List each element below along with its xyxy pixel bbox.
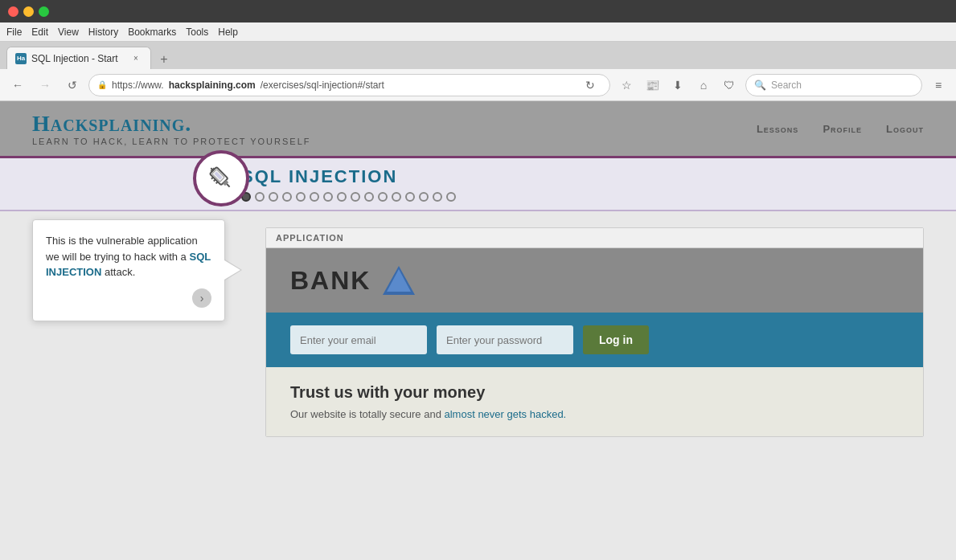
bookmark-star-button[interactable]: ☆ — [615, 74, 638, 96]
login-button[interactable]: Log in — [583, 325, 649, 354]
svg-line-9 — [216, 182, 218, 183]
menu-button[interactable]: ≡ — [927, 74, 950, 96]
nav-icons: ☆ 📰 ⬇ ⌂ 🛡 — [615, 74, 741, 96]
bank-name: BANK — [290, 266, 371, 296]
dot-6 — [310, 192, 319, 202]
tooltip-text: This is the vulnerable application we wi… — [46, 233, 211, 280]
forward-button: → — [34, 74, 56, 96]
svg-line-8 — [214, 179, 215, 181]
lesson-title-name: SQL Injection — [241, 166, 456, 187]
home-button[interactable]: ⌂ — [692, 74, 715, 96]
bank-login-bar: Log in — [266, 313, 923, 367]
site-logo-subtitle: Learn to Hack, Learn to Protect Yourself — [32, 137, 311, 146]
url-prefix: https://www. — [112, 80, 164, 91]
url-domain: hacksplaining.com — [169, 80, 256, 91]
tooltip-footer: › — [46, 288, 211, 308]
menu-file[interactable]: File — [6, 27, 22, 38]
trust-text-before: Our website is totally secure and — [290, 408, 444, 420]
site-nav: Lessons Profile Logout — [757, 123, 924, 135]
menu-bookmarks[interactable]: Bookmarks — [128, 27, 176, 38]
lesson-icon-circle — [193, 150, 249, 206]
shield-button[interactable]: 🛡 — [718, 74, 741, 96]
dot-15 — [433, 192, 442, 202]
tooltip-next-button[interactable]: › — [192, 288, 211, 308]
bank-lower: Trust us with your money Our website is … — [266, 367, 923, 436]
app-panel-header: Application — [266, 228, 923, 248]
browser-titlebar — [0, 0, 956, 22]
search-icon: 🔍 — [754, 80, 766, 91]
back-button[interactable]: ← — [6, 74, 29, 96]
menu-edit[interactable]: Edit — [31, 27, 48, 38]
lock-icon: 🔒 — [97, 80, 107, 89]
syringe-icon — [205, 162, 237, 194]
dot-16 — [446, 192, 456, 202]
active-tab[interactable]: Ha SQL Injection - Start × — [6, 47, 151, 69]
new-tab-button[interactable]: + — [154, 50, 174, 69]
dot-13 — [405, 192, 415, 202]
bank-trust-text: Our website is totally secure and almost… — [290, 408, 899, 420]
lesson-title-area: SQL Injection — [0, 158, 956, 211]
browser-menubar: File Edit View History Bookmarks Tools H… — [0, 22, 956, 42]
window-controls — [8, 6, 49, 17]
tab-title: SQL Injection - Start — [31, 53, 118, 64]
svg-line-4 — [227, 184, 230, 187]
reload-button[interactable]: ↺ — [61, 74, 84, 96]
close-button[interactable] — [8, 6, 18, 17]
email-input[interactable] — [290, 325, 427, 354]
bank-logo — [379, 264, 419, 296]
lesson-title-text: SQL Injection — [241, 166, 456, 202]
page-content: Hacksplaining. Learn to Hack, Learn to P… — [0, 101, 956, 560]
dot-7 — [323, 192, 333, 202]
dot-5 — [296, 192, 306, 202]
dot-4 — [282, 192, 292, 202]
tab-favicon: Ha — [15, 53, 27, 64]
dot-3 — [269, 192, 278, 202]
lesson-dots — [241, 192, 456, 202]
trust-link[interactable]: almost never gets hacked. — [444, 408, 566, 420]
reader-view-button[interactable]: 📰 — [641, 74, 663, 96]
bank-header: BANK — [266, 248, 923, 313]
browser-tabbar: Ha SQL Injection - Start × + — [0, 42, 956, 69]
site-logo: Hacksplaining. Learn to Hack, Learn to P… — [32, 111, 311, 146]
dot-12 — [392, 192, 401, 202]
svg-line-7 — [211, 178, 213, 179]
menu-tools[interactable]: Tools — [186, 27, 208, 38]
menu-history[interactable]: History — [88, 27, 118, 38]
dot-2 — [255, 192, 265, 202]
maximize-button[interactable] — [39, 6, 49, 17]
minimize-button[interactable] — [23, 6, 34, 17]
dot-10 — [364, 192, 374, 202]
address-bar[interactable]: 🔒 https://www.hacksplaining.com/exercise… — [88, 74, 610, 96]
tooltip-box: This is the vulnerable application we wi… — [32, 219, 225, 321]
app-panel: Application BANK Log in Trust us with yo… — [265, 227, 924, 437]
password-input[interactable] — [437, 325, 573, 354]
bank-trust-title: Trust us with your money — [290, 383, 899, 402]
dot-8 — [337, 192, 347, 202]
nav-profile[interactable]: Profile — [823, 123, 862, 135]
dot-9 — [351, 192, 360, 202]
nav-lessons[interactable]: Lessons — [757, 123, 798, 135]
reload-icon-btn[interactable]: ↻ — [579, 74, 601, 96]
url-path: /exercises/sql-injection#/start — [261, 80, 384, 91]
site-logo-title: Hacksplaining. — [32, 111, 311, 137]
dot-11 — [378, 192, 388, 202]
download-button[interactable]: ⬇ — [667, 74, 689, 96]
tooltip-text-before: This is the vulnerable application we wi… — [46, 235, 198, 263]
search-box[interactable]: 🔍 Search — [745, 74, 922, 96]
menu-help[interactable]: Help — [218, 27, 238, 38]
nav-logout[interactable]: Logout — [886, 123, 924, 135]
menu-view[interactable]: View — [58, 27, 79, 38]
search-placeholder: Search — [771, 80, 802, 91]
main-content: This is the vulnerable application we wi… — [0, 211, 956, 453]
tooltip-text-after: attack. — [101, 266, 135, 278]
site-header: Hacksplaining. Learn to Hack, Learn to P… — [0, 101, 956, 158]
browser-navbar: ← → ↺ 🔒 https://www.hacksplaining.com/ex… — [0, 69, 956, 101]
dot-14 — [419, 192, 429, 202]
tab-close-button[interactable]: × — [129, 52, 142, 65]
